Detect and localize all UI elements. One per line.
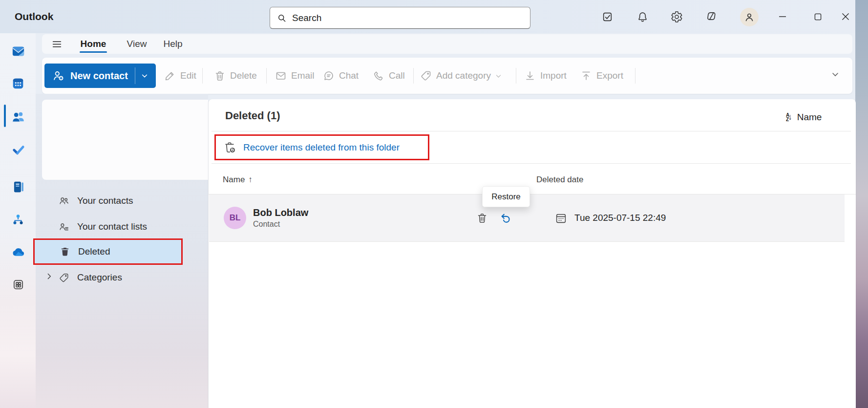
column-header-deleted-date[interactable]: Deleted date xyxy=(536,175,583,185)
envelope-icon xyxy=(275,70,287,82)
minimize-button[interactable] xyxy=(774,7,791,26)
sort-label: Name xyxy=(797,112,822,123)
tab-home[interactable]: Home xyxy=(78,34,108,54)
column-header-name[interactable]: Name ↑ xyxy=(223,175,253,185)
search-input[interactable]: Search xyxy=(270,7,530,29)
export-button[interactable]: Export xyxy=(580,58,623,94)
divider xyxy=(212,163,851,164)
settings-icon[interactable] xyxy=(667,7,686,26)
rail-selection-indicator xyxy=(4,105,6,127)
onedrive-icon[interactable] xyxy=(10,244,26,260)
delete-button[interactable]: Delete xyxy=(214,58,257,94)
trash-filled-icon xyxy=(60,246,70,257)
account-avatar[interactable] xyxy=(740,8,759,26)
phone-icon xyxy=(373,70,384,82)
hamburger-menu-icon[interactable] xyxy=(50,38,64,50)
sidebar-item-your-contact-lists[interactable]: Your contact lists xyxy=(41,215,205,238)
toolbar-divider xyxy=(635,68,635,84)
people-list-icon xyxy=(59,221,69,233)
sort-ascending-icon: ↑ xyxy=(248,175,253,185)
maximize-button[interactable] xyxy=(809,7,826,26)
calendar-icon[interactable] xyxy=(10,76,26,91)
chevron-right-icon[interactable] xyxy=(45,272,53,280)
sidebar-item-deleted[interactable]: Deleted xyxy=(35,240,181,263)
ribbon-toolbar: New contact Edit xyxy=(42,58,852,94)
tab-view[interactable]: View xyxy=(123,34,150,54)
app-title: Outlook xyxy=(15,0,53,33)
desktop-wallpaper xyxy=(855,0,868,408)
toolbar-divider xyxy=(202,68,203,84)
trash-icon xyxy=(214,70,226,82)
screen: Outlook Search xyxy=(0,0,868,408)
edit-button[interactable]: Edit xyxy=(164,58,196,94)
people-outline-icon xyxy=(59,195,69,207)
search-icon xyxy=(277,13,287,23)
sort-az-icon: AZ ↓ xyxy=(786,112,792,122)
notifications-icon[interactable] xyxy=(633,7,652,26)
add-category-button[interactable]: Add category xyxy=(420,58,502,94)
avatar: BL xyxy=(224,207,246,229)
import-button[interactable]: Import xyxy=(524,58,567,94)
sidebar-item-categories[interactable]: Categories xyxy=(41,266,205,289)
contact-text: Bob Loblaw Contact xyxy=(253,203,308,233)
org-chart-icon[interactable] xyxy=(10,212,26,227)
new-contact-dropdown[interactable] xyxy=(135,64,154,88)
email-button[interactable]: Email xyxy=(275,58,315,94)
row-delete-button[interactable] xyxy=(476,212,488,224)
call-button[interactable]: Call xyxy=(373,58,405,94)
folder-pane-top-panel xyxy=(42,100,208,180)
toolbar-divider xyxy=(413,68,414,84)
people-icon[interactable] xyxy=(10,108,26,124)
notes-icon[interactable] xyxy=(598,7,616,26)
tag-icon xyxy=(59,272,69,283)
deleted-items-panel: Deleted (1) AZ ↓ Name R xyxy=(208,99,856,408)
row-restore-button[interactable] xyxy=(499,212,512,224)
tag-icon xyxy=(420,70,432,82)
toolbar-divider xyxy=(516,68,516,84)
copilot-icon[interactable] xyxy=(702,7,721,26)
toolbar-divider xyxy=(266,68,267,84)
calendar-outline-icon xyxy=(555,212,567,224)
chat-bubble-icon xyxy=(323,70,335,82)
import-icon xyxy=(524,70,536,82)
tab-help[interactable]: Help xyxy=(160,34,186,54)
close-button[interactable] xyxy=(837,7,854,26)
chat-button[interactable]: Chat xyxy=(323,58,359,94)
annotation-box-recover: Recover items deleted from this folder xyxy=(214,134,429,160)
restore-tooltip: Restore xyxy=(482,186,530,207)
divider xyxy=(212,131,851,131)
outlook-window: Outlook Search xyxy=(0,0,855,408)
titlebar: Outlook Search xyxy=(0,0,855,33)
person-add-icon xyxy=(52,69,65,82)
sort-button[interactable]: AZ ↓ Name xyxy=(786,110,822,125)
recover-deleted-icon xyxy=(223,141,236,154)
pencil-icon xyxy=(164,70,176,82)
todo-icon[interactable] xyxy=(10,141,26,157)
chevron-down-icon xyxy=(495,73,502,79)
journal-icon[interactable] xyxy=(10,179,26,194)
ribbon-tabs-bar: Home View Help xyxy=(42,34,852,54)
apps-grid-icon[interactable] xyxy=(10,277,26,292)
deleted-date-cell: Tue 2025-07-15 22:49 xyxy=(555,194,666,241)
new-contact-label: New contact xyxy=(70,70,128,82)
page-title: Deleted (1) xyxy=(225,109,280,122)
ribbon-collapse-chevron[interactable] xyxy=(831,70,839,78)
new-contact-button[interactable]: New contact xyxy=(44,64,156,88)
contact-name: Bob Loblaw xyxy=(253,207,308,218)
folder-pane: Your contacts Your contact lists xyxy=(36,94,208,408)
contact-kind: Contact xyxy=(253,220,308,229)
search-placeholder: Search xyxy=(292,13,321,23)
new-contact-main[interactable]: New contact xyxy=(44,64,135,88)
export-icon xyxy=(580,70,592,82)
mail-icon[interactable] xyxy=(10,43,26,59)
sidebar-item-your-contacts[interactable]: Your contacts xyxy=(41,189,205,213)
app-rail xyxy=(0,33,36,408)
recover-items-link[interactable]: Recover items deleted from this folder xyxy=(243,142,400,153)
